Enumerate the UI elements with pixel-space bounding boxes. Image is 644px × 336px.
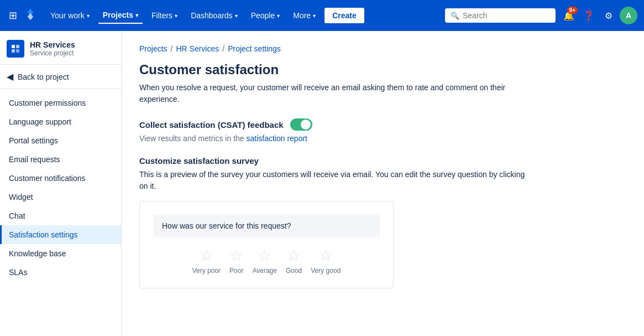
star-very-good[interactable]: ☆ Very good (311, 248, 341, 275)
survey-section-desc: This is a preview of the survey your cus… (139, 169, 526, 192)
project-icon (7, 40, 24, 58)
breadcrumb: Projects / HR Services / Project setting… (139, 44, 626, 53)
star-label-very-poor: Very poor (192, 267, 221, 275)
create-button[interactable]: Create (324, 8, 364, 23)
search-box[interactable]: 🔍 (445, 8, 556, 23)
sidebar-item-chat[interactable]: Chat (0, 206, 121, 225)
svg-rect-3 (16, 49, 19, 53)
project-info: HR Services Service project (30, 40, 75, 57)
survey-preview-card: How was our service for this request? ☆ … (139, 201, 394, 288)
sidebar-project-header: HR Services Service project (0, 31, 121, 65)
survey-stars: ☆ Very poor ☆ Poor ☆ Average ☆ Good ☆ (153, 248, 380, 275)
sidebar-nav: Customer permissions Language support Po… (0, 89, 121, 286)
svg-rect-2 (12, 49, 15, 53)
main-content: Projects / HR Services / Project setting… (122, 31, 644, 336)
toggle-knob (301, 120, 311, 130)
nav-dashboards[interactable]: Dashboards ▾ (186, 8, 242, 23)
chevron-icon: ▾ (277, 13, 280, 19)
avatar[interactable]: A (620, 7, 637, 24)
sidebar-item-customer-permissions[interactable]: Customer permissions (0, 94, 121, 112)
star-good[interactable]: ☆ Good (286, 248, 302, 275)
star-poor[interactable]: ☆ Poor (229, 248, 243, 275)
sidebar-item-customer-notifications[interactable]: Customer notifications (0, 169, 121, 188)
nav-more[interactable]: More ▾ (289, 8, 320, 23)
page-description: When you resolve a request, your custome… (139, 82, 526, 105)
notification-badge: 9+ (567, 7, 578, 14)
nav-your-work[interactable]: Your work ▾ (46, 8, 94, 23)
grid-icon[interactable]: ⊞ (7, 7, 19, 24)
back-to-project[interactable]: ◀ Back to project (0, 65, 121, 89)
star-icon-average: ☆ (258, 248, 271, 263)
survey-section-title: Customize satisfaction survey (139, 156, 626, 166)
sidebar-item-satisfaction-settings[interactable]: Satisfaction settings (0, 225, 121, 244)
star-icon-very-good: ☆ (319, 248, 333, 263)
help-button[interactable]: ❓ (580, 7, 598, 24)
sidebar-item-email-requests[interactable]: Email requests (0, 150, 121, 169)
sidebar: HR Services Service project ◀ Back to pr… (0, 31, 122, 336)
svg-rect-1 (16, 45, 19, 48)
app-logo[interactable] (24, 8, 37, 24)
satisfaction-report-link[interactable]: satisfaction report (247, 134, 308, 143)
csat-row: Collect satisfaction (CSAT) feedback (139, 118, 626, 131)
nav-people[interactable]: People ▾ (247, 8, 285, 23)
search-icon: 🔍 (451, 12, 459, 20)
project-type: Service project (30, 49, 75, 57)
star-icon-good: ☆ (287, 248, 301, 263)
nav-projects[interactable]: Projects ▾ (98, 7, 143, 24)
breadcrumb-projects[interactable]: Projects (139, 44, 167, 53)
breadcrumb-hr-services[interactable]: HR Services (176, 44, 219, 53)
page-layout: HR Services Service project ◀ Back to pr… (0, 31, 644, 336)
page-title: Customer satisfaction (139, 62, 626, 77)
notifications-button[interactable]: 🔔 9+ (560, 7, 578, 24)
star-icon-very-poor: ☆ (200, 248, 213, 263)
star-label-average: Average (252, 267, 276, 275)
svg-rect-0 (12, 45, 15, 48)
chevron-icon: ▾ (175, 13, 177, 19)
chevron-icon: ▾ (135, 12, 138, 18)
sidebar-item-widget[interactable]: Widget (0, 188, 121, 206)
sidebar-item-slas[interactable]: SLAs (0, 263, 121, 282)
search-input[interactable] (463, 11, 540, 20)
topnav-icons: 🔔 9+ ❓ ⚙ A (560, 7, 637, 24)
breadcrumb-project-settings[interactable]: Project settings (228, 44, 281, 53)
star-average[interactable]: ☆ Average (252, 248, 276, 275)
star-label-very-good: Very good (311, 267, 341, 275)
star-label-poor: Poor (229, 267, 243, 275)
chevron-icon: ▾ (235, 13, 238, 19)
sidebar-item-language-support[interactable]: Language support (0, 112, 121, 131)
sidebar-item-knowledge-base[interactable]: Knowledge base (0, 244, 121, 263)
csat-toggle[interactable] (290, 118, 312, 131)
star-icon-poor: ☆ (229, 248, 243, 263)
back-icon: ◀ (7, 71, 13, 82)
chevron-icon: ▾ (87, 13, 90, 19)
star-very-poor[interactable]: ☆ Very poor (192, 248, 221, 275)
settings-button[interactable]: ⚙ (600, 7, 617, 24)
star-label-good: Good (286, 267, 302, 275)
csat-link-text: View results and metrics in the satisfac… (139, 134, 626, 143)
chevron-icon: ▾ (313, 13, 316, 19)
top-navigation: ⊞ Your work ▾ Projects ▾ Filters ▾ Dashb… (0, 0, 644, 31)
csat-label: Collect satisfaction (CSAT) feedback (139, 120, 284, 130)
survey-question[interactable]: How was our service for this request? (153, 215, 380, 237)
back-label: Back to project (18, 73, 69, 81)
nav-filters[interactable]: Filters ▾ (147, 8, 182, 23)
project-name: HR Services (30, 40, 75, 49)
sidebar-item-portal-settings[interactable]: Portal settings (0, 131, 121, 150)
